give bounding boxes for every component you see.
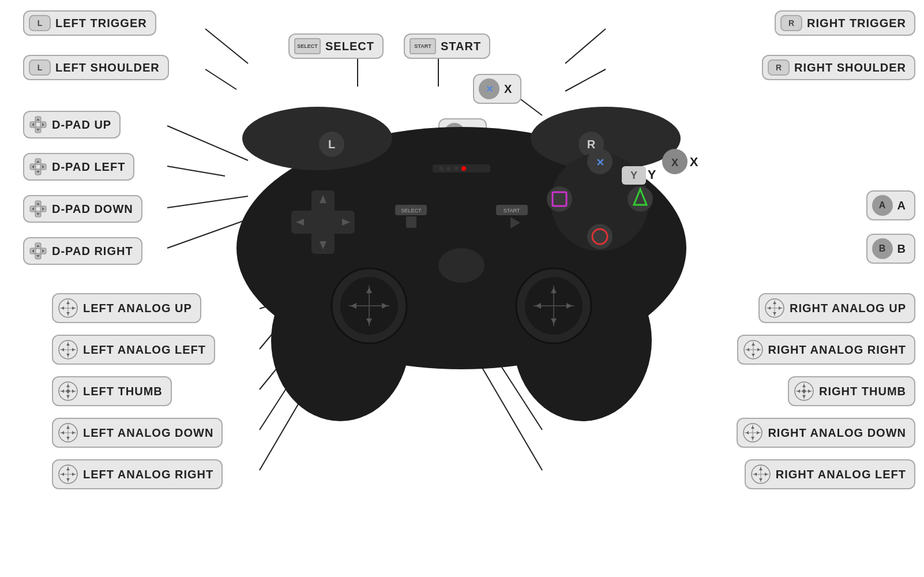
svg-marker-61 [61,306,64,310]
left-thumb-text: LEFT THUMB [83,385,163,398]
svg-marker-111 [797,389,800,393]
right-trigger-icon: R [780,15,802,31]
svg-point-132 [242,107,392,170]
button-a-icon: A [872,195,893,216]
right-analog-up-label: RIGHT ANALOG UP [758,293,915,323]
dpad-left-label: D-PAD LEFT [23,153,134,181]
dpad-up-label: D-PAD UP [23,111,121,138]
svg-text:✕: ✕ [596,157,604,168]
svg-text:Y: Y [648,167,656,182]
dpad-down-label: D-PAD DOWN [23,195,142,223]
right-analog-down-text: RIGHT ANALOG DOWN [768,426,906,440]
dpad-up-icon [29,115,47,134]
dpad-right-icon [29,242,47,260]
right-analog-left-label: RIGHT ANALOG LEFT [745,459,915,489]
svg-marker-97 [768,306,771,310]
svg-point-140 [446,166,451,171]
dpad-left-text: D-PAD LEFT [52,160,125,174]
svg-marker-119 [746,431,749,434]
right-analog-left-icon [750,464,771,485]
svg-marker-109 [802,384,806,387]
svg-marker-74 [66,395,70,398]
left-trigger-icon: L [29,15,51,31]
svg-marker-117 [751,426,754,429]
svg-marker-69 [72,348,75,351]
svg-marker-60 [66,312,70,315]
dpad-down-text: D-PAD DOWN [52,203,133,216]
button-a-text: A [897,199,906,212]
svg-marker-112 [808,389,811,393]
svg-rect-145 [406,216,416,228]
dpad-right-label: D-PAD RIGHT [23,237,142,265]
left-shoulder-icon: L [29,59,51,76]
dpad-right-text: D-PAD RIGHT [52,245,133,258]
svg-marker-127 [765,473,768,476]
svg-marker-89 [66,478,70,481]
svg-marker-73 [66,384,70,387]
svg-marker-68 [61,348,64,351]
svg-marker-120 [757,431,760,434]
right-trigger-text: RIGHT TRIGGER [807,17,906,30]
right-trigger-label: R RIGHT TRIGGER [775,10,915,36]
left-analog-down-icon [58,422,78,443]
svg-marker-75 [61,389,64,393]
left-analog-up-icon [58,298,78,319]
svg-text:X: X [671,157,678,168]
svg-marker-76 [72,389,75,393]
svg-marker-110 [802,395,806,398]
right-shoulder-icon: R [768,59,790,76]
left-analog-right-text: LEFT ANALOG RIGHT [83,468,213,481]
svg-marker-90 [61,473,64,476]
left-trigger-text: LEFT TRIGGER [55,17,147,30]
dpad-left-icon [29,158,47,176]
svg-point-177 [547,186,572,212]
right-shoulder-label: R RIGHT SHOULDER [762,55,915,80]
svg-marker-102 [752,343,755,346]
right-thumb-label: RIGHT THUMB [788,376,915,406]
button-b-label: B B [866,234,915,264]
left-thumb-label: LEFT THUMB [52,376,172,406]
left-trigger-label: L LEFT TRIGGER [23,10,156,36]
svg-marker-88 [66,467,70,470]
svg-marker-103 [752,354,755,357]
svg-marker-84 [72,431,75,434]
button-a-label: A A [866,190,915,220]
svg-point-171 [438,248,484,283]
right-analog-down-icon [742,422,763,443]
svg-marker-104 [746,348,749,351]
svg-text:X: X [690,155,698,169]
svg-point-141 [454,166,459,171]
right-analog-right-icon [743,339,764,360]
left-analog-up-text: LEFT ANALOG UP [83,302,192,315]
button-b-icon: B [872,238,893,259]
left-analog-right-label: LEFT ANALOG RIGHT [52,459,223,489]
svg-text:R: R [587,138,596,151]
svg-marker-118 [751,437,754,440]
svg-marker-124 [759,467,763,470]
right-analog-up-text: RIGHT ANALOG UP [790,302,906,315]
right-thumb-text: RIGHT THUMB [819,385,906,398]
svg-marker-67 [66,354,70,357]
left-analog-left-icon [58,339,78,360]
svg-marker-82 [66,437,70,440]
svg-point-139 [439,166,444,171]
svg-marker-62 [72,306,75,310]
right-thumb-icon [794,381,814,402]
svg-text:SELECT: SELECT [401,208,422,213]
right-analog-left-text: RIGHT ANALOG LEFT [776,468,906,481]
svg-marker-81 [66,426,70,429]
svg-point-77 [66,389,70,393]
svg-marker-91 [72,473,75,476]
right-shoulder-text: RIGHT SHOULDER [794,61,906,74]
svg-marker-98 [779,306,782,310]
button-b-text: B [897,242,906,256]
svg-marker-83 [61,431,64,434]
svg-text:START: START [504,208,520,213]
left-shoulder-text: LEFT SHOULDER [55,61,160,74]
dpad-up-text: D-PAD UP [52,118,111,132]
svg-marker-96 [773,312,776,315]
svg-marker-105 [757,348,760,351]
right-analog-right-text: RIGHT ANALOG RIGHT [768,343,906,357]
controller-svg: L R SELECT START ✕ [179,35,744,439]
svg-marker-66 [66,343,70,346]
